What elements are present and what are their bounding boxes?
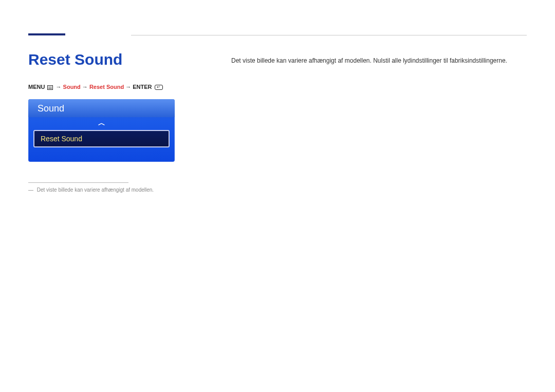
- footnote-text: Det viste billede kan variere afhængigt …: [37, 187, 154, 193]
- osd-panel: Sound ︿ Reset Sound: [28, 99, 175, 162]
- footnote-divider: [28, 182, 128, 183]
- enter-icon: [155, 85, 163, 90]
- body-text: Det viste billede kan variere afhængigt …: [231, 56, 527, 65]
- osd-item-reset-sound[interactable]: Reset Sound: [33, 130, 170, 147]
- breadcrumb-enter-label: ENTER: [133, 84, 152, 90]
- chevron-up-icon: ︿: [98, 119, 105, 127]
- osd-header: Sound: [28, 99, 175, 117]
- breadcrumb-arrow-2: →: [82, 84, 88, 90]
- breadcrumb-reset-sound: Reset Sound: [89, 84, 124, 90]
- footnote: ― Det viste billede kan variere afhængig…: [28, 187, 203, 193]
- breadcrumb-menu-label: MENU: [28, 84, 45, 90]
- breadcrumb: MENU → Sound → Reset Sound → ENTER: [28, 84, 203, 90]
- breadcrumb-arrow-1: →: [56, 84, 62, 90]
- page-title: Reset Sound: [28, 51, 203, 68]
- breadcrumb-arrow-3: →: [125, 84, 131, 90]
- breadcrumb-sound: Sound: [63, 84, 81, 90]
- osd-scroll-up[interactable]: ︿: [28, 117, 175, 130]
- top-divider: [131, 35, 527, 35]
- menu-icon: [47, 85, 53, 90]
- footnote-dash: ―: [28, 187, 33, 193]
